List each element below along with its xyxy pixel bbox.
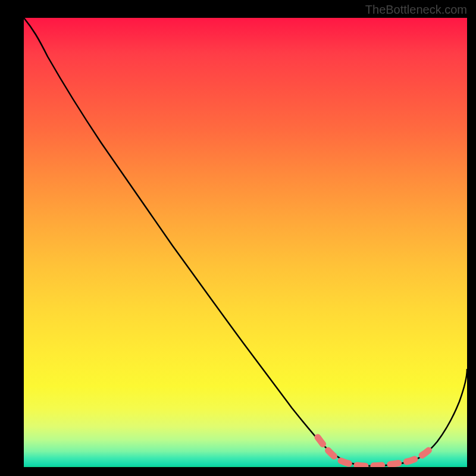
- marker-dashes: [318, 437, 434, 466]
- chart-container: [24, 18, 467, 467]
- curve-svg: [24, 18, 467, 467]
- watermark-text: TheBottleneck.com: [365, 3, 467, 17]
- main-curve: [24, 18, 467, 466]
